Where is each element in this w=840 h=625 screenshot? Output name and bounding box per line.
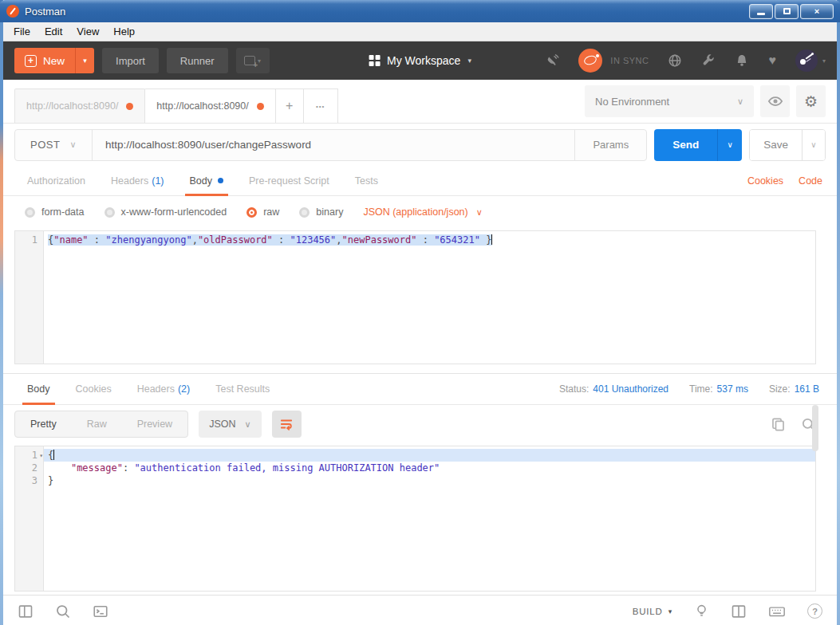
environment-select[interactable]: No Environment ∨: [585, 85, 754, 117]
console-button[interactable]: [93, 603, 108, 619]
tips-button[interactable]: [694, 603, 709, 619]
test-results-label: Test Results: [215, 383, 270, 395]
search-button[interactable]: [55, 603, 71, 619]
more-tabs-button[interactable]: •••: [303, 88, 338, 123]
text-cursor: [491, 234, 492, 245]
tab-test-results[interactable]: Test Results: [203, 374, 282, 404]
body-label: Body: [190, 175, 213, 187]
params-button[interactable]: Params: [574, 130, 646, 160]
build-switcher[interactable]: BUILD ▾: [633, 607, 672, 616]
menu-file[interactable]: File: [6, 26, 37, 37]
authorization-label: Authorization: [27, 175, 85, 187]
radio-on-icon: [246, 207, 257, 218]
copy-icon: [771, 417, 786, 432]
new-dropdown-button[interactable]: ▾: [75, 48, 94, 73]
tab-body[interactable]: Body: [177, 166, 237, 195]
fold-arrow-icon[interactable]: ▾: [39, 450, 43, 462]
request-tab-1[interactable]: http://localhost:8090/: [14, 88, 145, 123]
radio-binary[interactable]: binary: [299, 206, 343, 218]
preview-button[interactable]: Preview: [122, 411, 187, 437]
copy-response-button[interactable]: [771, 417, 786, 432]
settings-wrench-icon[interactable]: [701, 53, 716, 68]
interceptor-icon[interactable]: [668, 53, 682, 68]
help-button[interactable]: ?: [807, 603, 822, 619]
send-dropdown-button[interactable]: ∨: [717, 129, 742, 161]
save-dropdown-button[interactable]: ∨: [802, 130, 825, 160]
save-label: Save: [763, 139, 788, 151]
response-tabs-row: Body Cookies Headers (2) Test Results St…: [3, 373, 837, 405]
cookies-link[interactable]: Cookies: [747, 175, 783, 187]
sync-status-icon[interactable]: [578, 49, 602, 73]
request-editor-tabs: Authorization Headers (1) Body Pre-reque…: [3, 166, 837, 196]
maximize-button[interactable]: [775, 4, 799, 19]
request-body-editor[interactable]: 1{"name" : "zhengyangyong","oldPassword"…: [14, 230, 816, 364]
tab-tests[interactable]: Tests: [342, 166, 391, 195]
notifications-bell-icon[interactable]: [735, 53, 749, 68]
radio-raw[interactable]: raw: [246, 206, 279, 218]
save-button[interactable]: Save: [750, 130, 802, 160]
window-border-right: [837, 22, 840, 625]
pretty-button[interactable]: Pretty: [15, 411, 72, 437]
wrap-lines-button[interactable]: [272, 411, 302, 438]
search-icon: [55, 603, 71, 619]
content-type-select[interactable]: JSON (application/json) ∨: [363, 206, 482, 218]
response-headers-label: Headers: [137, 383, 175, 395]
url-input[interactable]: http://localhost:8090/user/changePasswor…: [93, 130, 574, 160]
environment-preview-button[interactable]: [760, 85, 790, 117]
runner-button[interactable]: Runner: [167, 48, 228, 73]
radio-form-data[interactable]: form-data: [25, 206, 85, 218]
unsaved-dot-icon: [257, 103, 264, 110]
sidebar-toggle-button[interactable]: [18, 603, 34, 619]
menu-edit[interactable]: Edit: [37, 26, 69, 37]
body-modified-dot-icon: [218, 178, 223, 183]
request-tab-2[interactable]: http://localhost:8090/: [144, 88, 275, 123]
new-window-button[interactable]: ▾: [236, 48, 270, 73]
tab-pre-request-script[interactable]: Pre-request Script: [236, 166, 342, 195]
add-tab-button[interactable]: +: [275, 88, 304, 123]
new-window-icon: [244, 56, 255, 65]
import-button[interactable]: Import: [102, 48, 159, 73]
user-menu[interactable]: ▾: [795, 49, 826, 72]
request-bar: POST ∨ http://localhost:8090/user/change…: [3, 124, 837, 166]
favorites-heart-icon[interactable]: ♥: [768, 54, 776, 67]
tab-authorization[interactable]: Authorization: [14, 166, 98, 195]
response-format-select[interactable]: JSON ∨: [199, 411, 261, 438]
tab-headers[interactable]: Headers (1): [98, 166, 177, 195]
method-value: POST: [30, 139, 60, 151]
main-toolbar: + New ▾ Import Runner ▾ My Workspace ▾ I…: [3, 41, 837, 80]
capture-requests-icon[interactable]: [545, 53, 559, 68]
chevron-down-icon: ∨: [810, 140, 816, 149]
radio-urlencoded[interactable]: x-www-form-urlencoded: [105, 206, 227, 218]
menu-view[interactable]: View: [69, 26, 106, 37]
close-button[interactable]: ×: [800, 4, 834, 19]
raw-button[interactable]: Raw: [72, 411, 122, 437]
send-button[interactable]: Send: [654, 129, 717, 161]
size-badge: Size: 161 B: [769, 383, 819, 395]
pre-request-label: Pre-request Script: [249, 175, 329, 187]
shortcuts-button[interactable]: [768, 603, 786, 619]
gear-icon: ⚙: [804, 92, 818, 110]
menu-help[interactable]: Help: [106, 26, 142, 37]
triangle-down-icon: ▾: [668, 607, 672, 615]
tab-response-cookies[interactable]: Cookies: [63, 374, 124, 404]
response-headers-count: (2): [178, 383, 190, 395]
scrollbar-thumb[interactable]: [812, 405, 818, 451]
workspace-label: My Workspace: [387, 54, 460, 67]
title-bar[interactable]: Postman ×: [0, 0, 840, 22]
minimize-button[interactable]: [749, 4, 773, 19]
binary-label: binary: [316, 206, 343, 218]
request-body-zone: 1{"name" : "zhengyangyong","oldPassword"…: [3, 230, 837, 373]
two-pane-view-button[interactable]: [731, 603, 747, 619]
response-body-editor[interactable]: 1▾{2 "message": "authentication failed, …: [14, 446, 816, 592]
import-label: Import: [116, 55, 145, 67]
settings-button[interactable]: ⚙: [796, 85, 826, 117]
code-link[interactable]: Code: [799, 175, 822, 187]
new-button[interactable]: + New ▾: [14, 48, 94, 73]
tab-response-body[interactable]: Body: [14, 374, 63, 404]
eye-icon: [767, 93, 783, 109]
url-value: http://localhost:8090/user/changePasswor…: [105, 139, 311, 151]
tab-response-headers[interactable]: Headers (2): [124, 374, 203, 404]
ellipsis-icon: •••: [316, 103, 325, 110]
workspace-switcher[interactable]: My Workspace ▾: [369, 54, 471, 67]
method-select[interactable]: POST ∨: [15, 130, 93, 160]
